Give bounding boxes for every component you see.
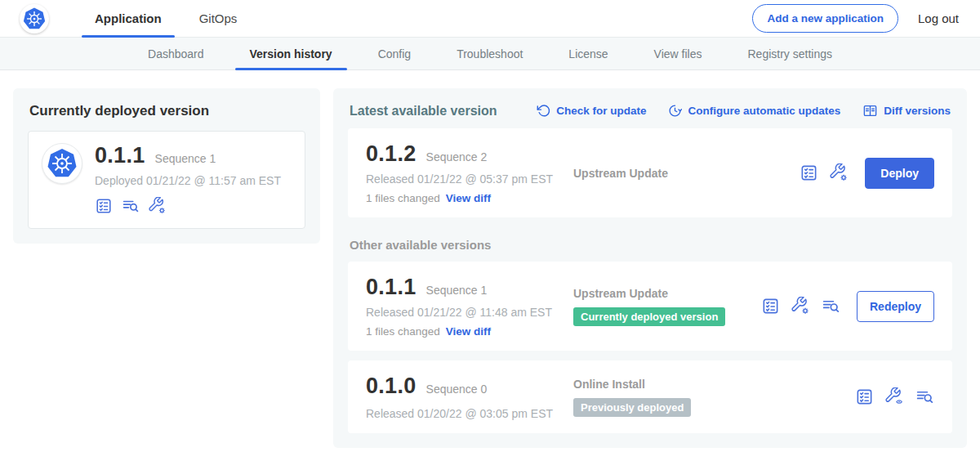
schedule-update-icon — [668, 104, 682, 118]
release-notes-icon[interactable] — [855, 387, 874, 406]
currently-deployed-panel: Currently deployed version 0.1.1 Sequenc… — [13, 88, 320, 244]
previously-deployed-badge: Previously deployed — [573, 398, 691, 417]
version-info: 0.1.2 Sequence 2 Released 01/21/22 @ 05:… — [366, 141, 573, 204]
header-actions: Check for update Configure automatic upd… — [537, 103, 951, 119]
subnav-item-dashboard[interactable]: Dashboard — [125, 38, 227, 69]
currently-deployed-badge: Currently deployed version — [573, 307, 725, 326]
view-diff-link[interactable]: View diff — [446, 192, 491, 204]
version-source: Upstream Update — [573, 167, 800, 180]
files-changed-label: 1 files changed — [366, 192, 440, 204]
subnav-label: Dashboard — [148, 47, 204, 60]
deployed-version-info: 0.1.1 Sequence 1 Deployed 01/21/22 @ 11:… — [95, 143, 281, 215]
config-icon[interactable] — [830, 163, 849, 182]
release-notes-icon[interactable] — [95, 197, 113, 215]
released-timestamp: Released 01/21/22 @ 05:37 pm EST — [366, 172, 573, 186]
config-view-icon[interactable] — [885, 387, 904, 406]
version-number: 0.1.2 — [366, 141, 416, 167]
check-for-update-link[interactable]: Check for update — [537, 103, 646, 119]
topbar-right: Add a new application Log out — [752, 4, 980, 33]
subnav-item-view-files[interactable]: View files — [631, 38, 725, 69]
deployed-panel-title: Currently deployed version — [29, 103, 305, 119]
view-diff-link[interactable]: View diff — [446, 325, 491, 338]
subnav-item-registry-settings[interactable]: Registry settings — [725, 38, 855, 69]
available-versions-panel: Latest available version Check for updat… — [333, 88, 967, 448]
deployed-version-number: 0.1.1 — [95, 143, 145, 168]
version-info: 0.1.1 Sequence 1 Released 01/21/22 @ 11:… — [366, 275, 573, 338]
top-bar: Application GitOps Add a new application… — [0, 0, 980, 38]
sequence-label: Sequence 1 — [426, 284, 488, 297]
available-panel-title: Latest available version — [350, 104, 497, 119]
subnav-item-troubleshoot[interactable]: Troubleshoot — [434, 38, 546, 69]
refresh-icon — [537, 104, 550, 118]
version-source: Online Install Previously deployed — [573, 378, 855, 417]
release-notes-icon[interactable] — [761, 297, 780, 316]
version-card-0-1-1: 0.1.1 Sequence 1 Released 01/21/22 @ 11:… — [348, 262, 952, 351]
tab-gitops-label: GitOps — [199, 11, 238, 25]
configure-automatic-updates-label: Configure automatic updates — [688, 105, 840, 117]
version-info: 0.1.0 Sequence 0 Released 01/20/22 @ 03:… — [366, 374, 573, 420]
deploy-button[interactable]: Deploy — [865, 158, 934, 189]
tab-application[interactable]: Application — [82, 0, 175, 38]
logs-icon[interactable] — [915, 387, 934, 406]
app-subnav: Dashboard Version history Config Trouble… — [0, 38, 980, 70]
released-timestamp: Released 01/21/22 @ 11:48 am EST — [366, 306, 573, 319]
released-timestamp: Released 01/20/22 @ 03:05 pm EST — [366, 407, 573, 420]
version-card-0-1-2: 0.1.2 Sequence 2 Released 01/21/22 @ 05:… — [348, 128, 952, 217]
release-notes-icon[interactable] — [800, 163, 818, 182]
subnav-label: Registry settings — [748, 47, 832, 60]
logs-icon[interactable] — [822, 297, 840, 316]
version-actions — [855, 387, 934, 406]
version-source: Upstream Update Currently deployed versi… — [573, 287, 761, 326]
source-label: Upstream Update — [573, 287, 761, 300]
source-label: Online Install — [573, 378, 855, 391]
version-actions: Deploy — [800, 158, 934, 189]
logs-icon[interactable] — [122, 197, 140, 215]
kubernetes-logo — [20, 4, 49, 34]
subnav-label: Version history — [250, 47, 332, 60]
tab-application-label: Application — [95, 11, 162, 25]
deployed-timestamp: Deployed 01/21/22 @ 11:57 am EST — [95, 174, 281, 187]
tab-gitops[interactable]: GitOps — [186, 0, 251, 38]
add-application-button[interactable]: Add a new application — [752, 4, 898, 33]
version-number: 0.1.1 — [366, 275, 416, 300]
main-content: Currently deployed version 0.1.1 Sequenc… — [0, 70, 980, 461]
version-actions: Redeploy — [761, 291, 934, 322]
version-card-0-1-0: 0.1.0 Sequence 0 Released 01/20/22 @ 03:… — [348, 360, 952, 433]
diff-versions-link[interactable]: Diff versions — [862, 103, 951, 119]
subnav-item-config[interactable]: Config — [355, 38, 434, 69]
other-versions-title: Other available versions — [350, 238, 951, 252]
logout-button[interactable]: Log out — [918, 11, 959, 25]
app-kubernetes-logo — [42, 143, 82, 184]
version-number: 0.1.0 — [366, 374, 416, 399]
check-for-update-label: Check for update — [556, 105, 646, 117]
sequence-label: Sequence 2 — [426, 150, 488, 163]
subnav-item-version-history[interactable]: Version history — [227, 38, 355, 69]
subnav-label: Troubleshoot — [457, 47, 523, 60]
subnav-label: View files — [654, 47, 702, 60]
top-tabs: Application GitOps — [82, 0, 261, 38]
deployed-version-card: 0.1.1 Sequence 1 Deployed 01/21/22 @ 11:… — [28, 131, 305, 229]
files-changed-label: 1 files changed — [366, 325, 440, 338]
redeploy-button[interactable]: Redeploy — [857, 291, 934, 322]
config-icon[interactable] — [791, 297, 810, 316]
configure-automatic-updates-link[interactable]: Configure automatic updates — [668, 103, 840, 119]
source-label: Upstream Update — [573, 167, 800, 180]
sequence-label: Sequence 0 — [426, 383, 488, 396]
deployed-sequence-label: Sequence 1 — [155, 152, 216, 165]
subnav-item-license[interactable]: License — [546, 38, 630, 69]
subnav-label: License — [568, 47, 608, 60]
diff-versions-label: Diff versions — [884, 105, 951, 117]
config-icon[interactable] — [149, 197, 167, 215]
subnav-label: Config — [378, 47, 411, 60]
diff-icon — [862, 103, 878, 119]
